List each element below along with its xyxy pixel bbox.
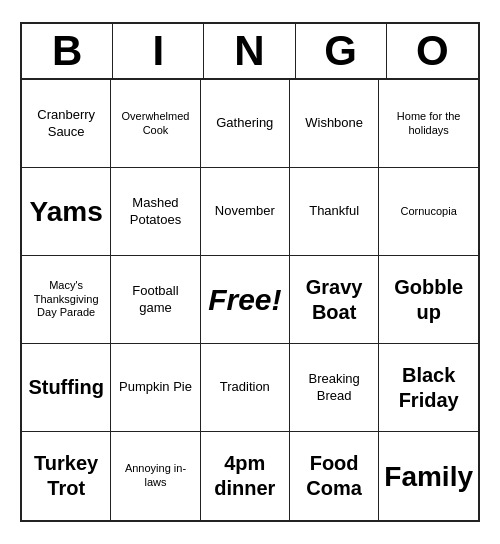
bingo-cell: Food Coma (290, 432, 379, 520)
bingo-cell: Wishbone (290, 80, 379, 168)
bingo-cell: Overwhelmed Cook (111, 80, 200, 168)
bingo-cell: Turkey Trot (22, 432, 111, 520)
bingo-cell: Macy's Thanksgiving Day Parade (22, 256, 111, 344)
bingo-cell: Mashed Potatoes (111, 168, 200, 256)
bingo-header: BINGO (22, 24, 478, 80)
bingo-cell: Gobble up (379, 256, 478, 344)
bingo-cell: Breaking Bread (290, 344, 379, 432)
bingo-cell: Tradition (201, 344, 290, 432)
bingo-cell: Football game (111, 256, 200, 344)
bingo-cell: Home for the holidays (379, 80, 478, 168)
bingo-cell: Gravy Boat (290, 256, 379, 344)
bingo-cell: 4pm dinner (201, 432, 290, 520)
header-letter: G (296, 24, 387, 78)
bingo-card: BINGO Cranberry SauceOverwhelmed CookGat… (20, 22, 480, 522)
bingo-cell: Cranberry Sauce (22, 80, 111, 168)
bingo-cell: Gathering (201, 80, 290, 168)
bingo-cell: Yams (22, 168, 111, 256)
header-letter: I (113, 24, 204, 78)
bingo-cell: Black Friday (379, 344, 478, 432)
header-letter: N (204, 24, 295, 78)
header-letter: B (22, 24, 113, 78)
bingo-cell: Pumpkin Pie (111, 344, 200, 432)
bingo-grid: Cranberry SauceOverwhelmed CookGathering… (22, 80, 478, 520)
bingo-cell: Stuffing (22, 344, 111, 432)
bingo-cell: Annoying in-laws (111, 432, 200, 520)
bingo-cell: Family (379, 432, 478, 520)
bingo-cell: November (201, 168, 290, 256)
bingo-cell: Free! (201, 256, 290, 344)
bingo-cell: Cornucopia (379, 168, 478, 256)
bingo-cell: Thankful (290, 168, 379, 256)
header-letter: O (387, 24, 478, 78)
